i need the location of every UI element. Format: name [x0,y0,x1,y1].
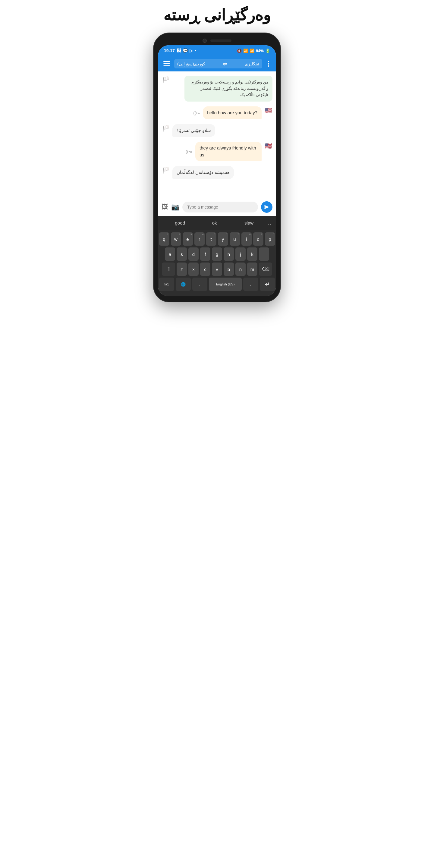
source-lang-label: کوردی(سۆرانی) [177,61,205,66]
battery-icon: 🔋 [265,49,270,53]
outgoing-msg-2-row: 🇺🇸 ((•» they are always friendly with us [161,142,273,161]
phone-speaker [210,39,231,42]
incoming-msg-1-row: 🏳️ سلاو چۆنی ئەمرۆ؟ [161,124,273,137]
key-r[interactable]: 4r [194,232,205,246]
key-n[interactable]: n [236,262,246,276]
us-flag-avatar-1: 🇺🇸 [264,106,273,115]
incoming-bubble-2: هەمیشە دۆستانەن لەگەڵمان [173,166,234,179]
key-i[interactable]: 8i [241,232,252,246]
key-m[interactable]: m [247,262,257,276]
phone-camera [203,38,207,43]
suggestions-more-button[interactable]: ... [266,219,271,226]
key-e[interactable]: 3e [183,232,193,246]
input-area: 🖼 📷 [158,198,276,216]
camera-icon[interactable]: 📷 [171,203,179,211]
speaker-icon-2[interactable]: ((•» [186,149,192,154]
signal-icon: 📶 [250,49,254,53]
incoming-bubble-1: سلاو چۆنی ئەمرۆ؟ [173,124,215,137]
outgoing-bubble-2: they are always friendly with us [195,142,261,161]
message-input[interactable] [182,202,258,213]
more-options-button[interactable]: ⋮ [265,60,272,68]
phone-screen: 19:17 🖼 💬 ▷ • 🔇 📶 📶 84% 🔋 کوردی(سۆرانی) [158,45,276,296]
comma-key[interactable]: , [192,278,207,291]
page-title: وەرگێڕانی ڕستە [163,6,270,24]
key-q[interactable]: 1q [159,232,169,246]
send-button[interactable] [261,201,273,213]
swap-lang-button[interactable]: ⇄ [223,61,227,67]
status-left: 19:17 🖼 💬 ▷ • [164,48,196,53]
phone-shell: 19:17 🖼 💬 ▷ • 🔇 📶 📶 84% 🔋 کوردی(سۆرانی) [154,33,280,302]
kurdish-flag-avatar-1: 🏳️ [161,124,170,133]
period-key[interactable]: . [243,278,258,291]
instruction-bubble: من وەرگێرێکی توانم و ڕستەکەت بۆ وەردەگێڕ… [184,76,273,101]
suggestions-bar: good ok slaw ... [158,216,276,230]
keyboard-row-1: 1q 2w 3e 4r 5t 6y 7u 8i 9o 0p [159,232,275,246]
globe-key[interactable]: 🌐 [176,278,191,291]
target-lang-label: ئینگلیزی [245,61,259,66]
outgoing-msg-1-row: 🇺🇸 ((•» hello how are you today? [161,106,273,119]
keyboard-row-4: !#1 🌐 , English (US) . ↵ [159,278,275,291]
wifi-icon: 📶 [243,49,248,53]
key-u[interactable]: 7u [230,232,240,246]
suggestion-good[interactable]: good [163,220,197,225]
keyboard-row-3: ⇧ z x c v b n m ⌫ [159,262,275,276]
play-icon: ▷ [190,48,193,53]
key-y[interactable]: 6y [218,232,228,246]
instruction-text: من وەرگێرێکی توانم و ڕستەکەت بۆ وەردەگێڕ… [191,80,268,97]
key-v[interactable]: v [212,262,222,276]
phone-top-bar [158,38,276,43]
space-key[interactable]: English (US) [209,278,242,291]
enter-key[interactable]: ↵ [260,278,275,291]
incoming-msg-2-row: 🏳️ هەمیشە دۆستانەن لەگەڵمان [161,166,273,179]
suggestion-ok[interactable]: ok [197,220,231,225]
key-l[interactable]: l [259,247,269,261]
gallery-icon[interactable]: 🖼 [161,203,168,211]
backspace-key[interactable]: ⌫ [259,262,272,276]
key-b[interactable]: b [224,262,234,276]
suggestion-slaw[interactable]: slaw [232,220,266,225]
shift-key[interactable]: ⇧ [162,262,175,276]
key-z[interactable]: z [177,262,187,276]
keyboard: 1q 2w 3e 4r 5t 6y 7u 8i 9o 0p a s d f g … [158,230,276,296]
instruction-row: 🏳️ من وەرگێرێکی توانم و ڕستەکەت بۆ وەردە… [161,76,273,101]
photo-icon: 🖼 [177,48,181,53]
hamburger-menu-button[interactable] [162,60,171,67]
key-p[interactable]: 0p [265,232,275,246]
key-w[interactable]: 2w [171,232,181,246]
key-c[interactable]: c [200,262,210,276]
chat-icon: 💬 [183,48,188,53]
status-bar: 19:17 🖼 💬 ▷ • 🔇 📶 📶 84% 🔋 [158,45,276,56]
app-header: کوردی(سۆرانی) ⇄ ئینگلیزی ⋮ [158,56,276,71]
dot-icon: • [195,48,196,53]
chat-area: 🏳️ من وەرگێرێکی توانم و ڕستەکەت بۆ وەردە… [158,71,276,198]
key-h[interactable]: h [224,247,234,261]
symbols-key[interactable]: !#1 [159,278,174,291]
key-j[interactable]: j [236,247,246,261]
key-k[interactable]: k [247,247,257,261]
key-t[interactable]: 5t [206,232,216,246]
us-flag-avatar-2: 🇺🇸 [264,142,273,150]
language-selector[interactable]: کوردی(سۆرانی) ⇄ ئینگلیزی [174,59,262,68]
status-time: 19:17 [164,48,175,53]
battery-percent: 84% [256,49,264,53]
status-right: 🔇 📶 📶 84% 🔋 [237,49,270,53]
kurdish-flag-avatar: 🏳️ [161,76,170,84]
key-a[interactable]: a [165,247,175,261]
keyboard-row-2: a s d f g h j k l [159,247,275,261]
key-o[interactable]: 9o [253,232,264,246]
outgoing-bubble-1: hello how are you today? [203,106,261,119]
key-x[interactable]: x [188,262,198,276]
key-s[interactable]: s [177,247,187,261]
speaker-icon-1[interactable]: ((•» [193,111,200,116]
key-d[interactable]: d [188,247,198,261]
mute-icon: 🔇 [237,49,242,53]
kurdish-flag-avatar-2: 🏳️ [161,166,170,175]
key-g[interactable]: g [212,247,222,261]
key-f[interactable]: f [200,247,210,261]
